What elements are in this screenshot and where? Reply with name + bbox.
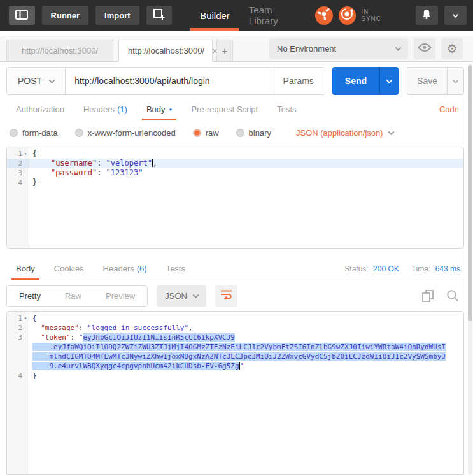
request-body-editor[interactable]: 1▾234 { "username": "velopert", "passwor… xyxy=(6,147,464,249)
chevron-down-icon xyxy=(192,292,199,298)
gear-icon: ⚙ xyxy=(446,43,457,55)
body-mode-raw[interactable]: raw xyxy=(193,128,219,138)
code-line[interactable]: { xyxy=(29,314,463,323)
radio-selected-icon xyxy=(193,129,201,137)
environment-dropdown[interactable]: No Environment xyxy=(269,38,408,59)
tab-label: Body xyxy=(16,264,35,273)
editor-code[interactable]: { "message": "logged in successfully", "… xyxy=(29,312,463,474)
code-link-label: Code xyxy=(439,105,459,114)
tab-headers[interactable]: Headers(1) xyxy=(74,97,137,120)
response-body-editor[interactable]: 1▾234 { "message": "logged in successful… xyxy=(6,311,464,475)
tab-pre-request-script[interactable]: Pre-request Script xyxy=(181,97,267,120)
code-line[interactable]: "password": "123123" xyxy=(29,168,463,178)
url-group: POST Params xyxy=(6,67,325,95)
view-mode-label: Preview xyxy=(106,291,135,301)
code-token: , xyxy=(188,324,193,332)
fold-arrow-icon[interactable]: ▾ xyxy=(22,314,29,323)
sync-orbit-icon xyxy=(340,7,354,24)
url-input[interactable] xyxy=(65,68,271,94)
copy-response-button[interactable] xyxy=(421,289,435,303)
status-value[interactable]: 200 OK xyxy=(373,264,399,273)
send-button[interactable]: Send xyxy=(332,67,379,95)
generate-code-link[interactable]: Code xyxy=(439,105,459,114)
code-token: : xyxy=(71,333,79,342)
code-line[interactable]: "message": "logged in successfully", xyxy=(29,323,463,333)
line-number: 3 xyxy=(7,333,29,342)
sidebar-toggle-button[interactable] xyxy=(9,6,35,25)
interceptor-icon xyxy=(318,8,330,23)
environment-preview-button[interactable] xyxy=(414,38,435,59)
method-dropdown[interactable]: POST xyxy=(7,68,65,94)
sync-status-button[interactable] xyxy=(339,6,357,25)
user-menu-button[interactable] xyxy=(444,6,467,25)
code-line[interactable]: { xyxy=(29,149,463,159)
response-tab-headers[interactable]: Headers(6) xyxy=(94,257,157,280)
response-tab-body[interactable]: Body xyxy=(6,257,45,280)
view-mode-raw[interactable]: Raw xyxy=(53,286,94,306)
view-mode-preview[interactable]: Preview xyxy=(94,286,147,306)
word-wrap-button[interactable] xyxy=(215,285,237,307)
response-view-controls: Pretty Raw Preview JSON xyxy=(6,280,464,311)
request-tab-strip: http://localhost:3000/ http://localhost:… xyxy=(0,36,473,62)
code-line[interactable]: } xyxy=(29,178,463,187)
line-number: 2 xyxy=(7,159,29,168)
code-token: "username" xyxy=(51,159,97,168)
code-line[interactable]: } xyxy=(29,371,463,380)
request-tab-inactive[interactable]: http://localhost:3000/ xyxy=(6,40,113,61)
code-line[interactable]: 9.e4urvlWBQXyqgc4cpgvpnhUcm42ikCUDsb-FV-… xyxy=(29,361,463,371)
request-editor-tabs: Authorization Headers(1) Body● Pre-reque… xyxy=(6,97,464,120)
search-response-button[interactable] xyxy=(446,289,459,302)
request-tab-active[interactable]: http://localhost:3000/ × xyxy=(118,40,213,62)
body-mode-form-data[interactable]: form-data xyxy=(10,128,58,138)
page-scrollbar[interactable] xyxy=(468,64,472,475)
tab-tests[interactable]: Tests xyxy=(267,97,306,120)
import-button[interactable]: Import xyxy=(95,6,139,25)
tab-builder[interactable]: Builder xyxy=(190,0,239,31)
body-mode-binary[interactable]: binary xyxy=(236,128,271,138)
tab-authorization[interactable]: Authorization xyxy=(6,97,74,120)
save-label: Save xyxy=(417,76,437,86)
code-line[interactable]: mlhdCI6MTQ4MTEwMTc3NywiZXhwIjoxNDgxNzA2N… xyxy=(29,352,463,361)
fold-arrow-icon[interactable]: ▾ xyxy=(22,149,29,159)
word-wrap-icon xyxy=(220,289,232,302)
editor-code[interactable]: { "username": "velopert", "password": "1… xyxy=(29,147,463,248)
response-format-dropdown[interactable]: JSON xyxy=(157,285,206,307)
environment-value: No Environment xyxy=(277,44,336,54)
response-tab-cookies[interactable]: Cookies xyxy=(45,257,94,280)
code-token xyxy=(32,159,51,168)
body-mode-urlencoded[interactable]: x-www-form-urlencoded xyxy=(75,128,176,138)
save-options-button[interactable] xyxy=(447,67,464,95)
line-number: 4 xyxy=(7,178,29,187)
radio-icon xyxy=(236,129,244,137)
send-options-button[interactable] xyxy=(379,67,399,95)
raw-format-dropdown[interactable]: JSON (application/json) xyxy=(296,128,393,138)
time-value[interactable]: 643 ms xyxy=(435,264,460,273)
settings-button[interactable]: ⚙ xyxy=(441,38,463,59)
code-token: { xyxy=(32,314,37,322)
tab-body[interactable]: Body● xyxy=(137,97,181,120)
code-token: "password" xyxy=(51,168,97,177)
code-line[interactable]: .eyJfaWQiOiI1ODQ2ZWZiZWU3ZTJjMjI4OGMzZTE… xyxy=(29,342,463,352)
response-tab-tests[interactable]: Tests xyxy=(157,257,195,280)
runner-button[interactable]: Runner xyxy=(42,6,89,25)
status-label: Status: xyxy=(344,264,368,273)
new-tab-button[interactable]: + xyxy=(216,40,233,61)
notifications-button[interactable] xyxy=(416,6,438,25)
page-scrollbar-thumb[interactable] xyxy=(468,65,472,321)
plus-icon: + xyxy=(222,45,228,56)
sync-status-text: IN SYNC xyxy=(361,8,390,22)
interceptor-button[interactable] xyxy=(315,6,333,25)
tab-builder-label: Builder xyxy=(200,10,230,21)
line-number: 1▾ xyxy=(7,149,29,159)
body-mode-label: x-www-form-urlencoded xyxy=(88,128,176,138)
code-line[interactable]: "token": "eyJhbGciOiJIUzI1NiIsInR5cCI6Ik… xyxy=(29,333,463,342)
raw-format-value: JSON (application/json) xyxy=(296,128,383,138)
request-tab-title: http://localhost:3000/ xyxy=(128,46,204,55)
params-button[interactable]: Params xyxy=(272,68,325,94)
tab-team-library[interactable]: Team Library xyxy=(239,0,309,31)
view-mode-pretty[interactable]: Pretty xyxy=(7,286,53,306)
code-line[interactable]: "username": "velopert", xyxy=(29,159,463,168)
save-button[interactable]: Save xyxy=(407,67,447,95)
new-window-button[interactable] xyxy=(146,6,173,25)
tab-label: Pre-request Script xyxy=(191,105,258,114)
